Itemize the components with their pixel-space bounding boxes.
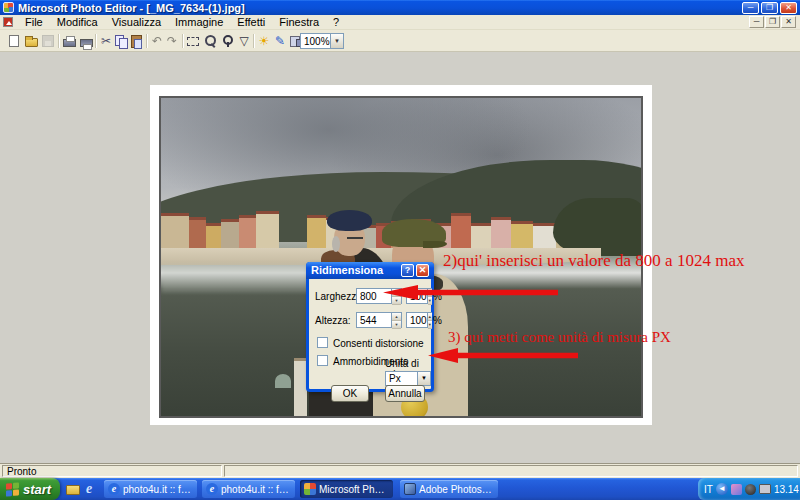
close-button[interactable]: ✕	[780, 2, 797, 14]
internet-explorer-icon[interactable]: e	[86, 481, 92, 496]
annotation-step3: 3) qui metti come unità di misura PX	[448, 329, 671, 346]
print-icon[interactable]	[61, 33, 77, 49]
menu-finestra[interactable]: Finestra	[272, 15, 326, 29]
smudge-pen-icon[interactable]: ✎	[272, 33, 288, 49]
unit-chevron-down-icon[interactable]: ▼	[417, 372, 430, 385]
zoom-icon[interactable]	[202, 33, 218, 49]
photo-editor-app-icon	[3, 2, 14, 13]
statusbar: Pronto	[0, 463, 800, 478]
workspace: Ridimensiona ? ✕ Larghezza: 800 ▲▼ 100 ▲…	[0, 53, 800, 463]
taskbar-item-photoshop[interactable]: Adobe Photoshop	[400, 480, 498, 498]
tray-display-icon[interactable]	[731, 484, 742, 495]
window-title: Microsoft Photo Editor - [_MG_7634-(1).j…	[18, 2, 245, 14]
open-icon[interactable]	[23, 33, 39, 49]
system-tray: IT ◄ 13.14	[698, 478, 800, 500]
menu-visualizza[interactable]: Visualizza	[105, 15, 168, 29]
effects-funnel-icon[interactable]: ▽	[236, 33, 252, 49]
clock: 13.14	[774, 484, 799, 495]
height-percent-input[interactable]: 100 ▲▼	[406, 312, 432, 328]
photoshop-icon	[404, 483, 416, 495]
zoom-level-value: 100%	[301, 36, 330, 47]
tray-language[interactable]: IT	[704, 484, 713, 495]
folder-icon[interactable]	[66, 485, 80, 495]
undo-icon[interactable]: ↶	[149, 33, 165, 49]
photo-editor-icon	[304, 483, 316, 495]
photo-church-dome	[275, 374, 291, 388]
quick-launch: e	[66, 481, 92, 496]
height-input[interactable]: 544 ▲▼	[356, 312, 402, 328]
chevron-down-icon[interactable]: ▼	[330, 34, 343, 48]
mdi-close-button[interactable]: ✕	[781, 16, 796, 28]
cancel-button[interactable]: Annulla	[385, 385, 425, 402]
toolbar: ✂ ↶ ↷ ▽ ☀ ✎ 100% ▼	[0, 30, 800, 52]
internet-explorer-icon: e	[108, 483, 120, 495]
height-percent-sign: %	[433, 315, 442, 326]
resize-dialog: Ridimensiona ? ✕ Larghezza: 800 ▲▼ 100 ▲…	[306, 262, 434, 392]
mdi-minimize-button[interactable]: ─	[749, 16, 764, 28]
taskbar-item-photo-editor[interactable]: Microsoft Photo Edito...	[300, 480, 393, 498]
menu-file[interactable]: File	[18, 15, 50, 29]
document-icon[interactable]	[3, 17, 13, 27]
mdi-restore-button[interactable]: ❐	[765, 16, 780, 28]
height-label: Altezza:	[315, 315, 351, 326]
status-panel	[224, 465, 798, 477]
dialog-close-button[interactable]: ✕	[416, 264, 429, 277]
menubar: File Modifica Visualizza Immagine Effett…	[0, 15, 800, 30]
save-icon[interactable]	[40, 33, 56, 49]
zoom-level-select[interactable]: 100% ▼	[300, 33, 344, 49]
start-button[interactable]: start	[0, 478, 60, 500]
height-spin-up[interactable]: ▲	[392, 313, 401, 321]
brightness-icon[interactable]: ☀	[256, 33, 272, 49]
internet-explorer-icon: e	[206, 483, 218, 495]
photo-man-left-beret	[327, 210, 372, 231]
tray-monitor-icon[interactable]	[759, 484, 771, 494]
scan-icon[interactable]	[78, 33, 94, 49]
menu-modifica[interactable]: Modifica	[50, 15, 105, 29]
desktop: Microsoft Photo Editor - [_MG_7634-(1).j…	[0, 0, 800, 500]
annotation-step2: 2)qui' inserisci un valore da 800 a 1024…	[443, 251, 744, 271]
smoothing-checkbox[interactable]	[317, 355, 328, 366]
taskbar: start e e photo4u.it :: forum f... e pho…	[0, 478, 800, 500]
copy-icon[interactable]	[113, 33, 129, 49]
unit-value: Px	[386, 372, 417, 385]
menu-immagine[interactable]: Immagine	[168, 15, 230, 29]
redo-icon[interactable]: ↷	[164, 33, 180, 49]
status-text: Pronto	[2, 465, 222, 477]
taskbar-item-photo4u-1[interactable]: e photo4u.it :: forum f...	[104, 480, 197, 498]
cut-icon[interactable]: ✂	[98, 33, 114, 49]
app-titlebar: Microsoft Photo Editor - [_MG_7634-(1).j…	[0, 0, 800, 15]
menu-help[interactable]: ?	[326, 15, 346, 29]
height-spin-down[interactable]: ▼	[392, 321, 401, 329]
dialog-help-button[interactable]: ?	[401, 264, 414, 277]
language-bar-icon[interactable]: ◄	[716, 483, 728, 495]
select-icon[interactable]	[185, 33, 201, 49]
ok-button[interactable]: OK	[331, 385, 369, 402]
paste-icon[interactable]	[128, 33, 144, 49]
windows-logo-icon	[6, 482, 19, 496]
width-spin-down[interactable]: ▼	[392, 297, 401, 305]
taskbar-item-photo4u-2[interactable]: e photo4u.it :: forum f...	[202, 480, 295, 498]
restore-button[interactable]: ❐	[761, 2, 778, 14]
allow-distortion-label: Consenti distorsione	[333, 338, 424, 349]
minimize-button[interactable]: ─	[742, 2, 759, 14]
new-icon[interactable]	[6, 33, 22, 49]
resize-dialog-title: Ridimensiona	[311, 264, 383, 276]
unit-select[interactable]: Px ▼	[385, 371, 431, 386]
image-balance-icon[interactable]	[219, 33, 235, 49]
menu-effetti[interactable]: Effetti	[230, 15, 272, 29]
tray-status-icon[interactable]	[745, 484, 756, 495]
start-label: start	[23, 482, 51, 497]
allow-distortion-checkbox[interactable]	[317, 337, 328, 348]
